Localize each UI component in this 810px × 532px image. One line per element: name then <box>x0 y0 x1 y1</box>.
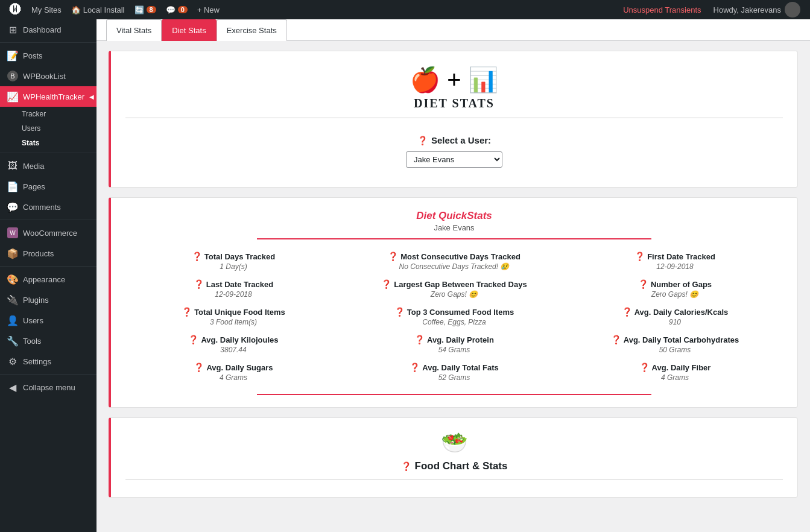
new-content-menu[interactable]: + New <box>192 0 224 19</box>
posts-icon: 📝 <box>7 50 18 61</box>
quickstats-bottom-divider <box>257 394 651 395</box>
header-emoji: 🍎 + 📊 <box>125 66 783 94</box>
page-body: 🍎 + 📊 Diet Stats ❓ Select a User: Jake E… <box>97 41 810 532</box>
updates-count: 8 <box>147 6 156 13</box>
stat-help-icon-15: ❓ <box>639 363 650 372</box>
sidebar-item-wphealthtracker[interactable]: 📈 WPHealthTracker ◀ <box>0 86 97 107</box>
stat-consecutive-days: ❓ Most Consecutive Days Tracked No Conse… <box>346 252 562 271</box>
tab-exercise-stats[interactable]: Exercise Stats <box>217 19 287 41</box>
avatar <box>785 2 800 17</box>
stat-protein: ❓ Avg. Daily Protein 54 Grams <box>346 335 562 354</box>
user-select-dropdown[interactable]: Jake Evans Admin <box>406 151 502 168</box>
plugins-icon: 🔌 <box>7 294 18 305</box>
collapse-icon: ◀ <box>7 382 18 393</box>
quickstats-top-divider <box>257 238 651 239</box>
stat-help-icon-13: ❓ <box>622 307 632 317</box>
stat-total-days: ❓ Total Days Tracked 1 Day(s) <box>125 252 341 271</box>
stats-col-2: ❓ First Date Tracked 12-09-2018 ❓ Number… <box>567 252 783 382</box>
food-chart-card: 🥗 ❓ Food Chart & Stats <box>109 417 798 498</box>
food-chart-divider <box>125 480 783 480</box>
tab-vital-stats[interactable]: Vital Stats <box>106 19 162 41</box>
pages-icon: 📄 <box>7 181 18 192</box>
stat-last-date: ❓ Last Date Tracked 12-09-2018 <box>125 279 341 299</box>
stats-grid: ❓ Total Days Tracked 1 Day(s) ❓ Last Dat… <box>125 252 783 382</box>
stat-help-icon: ❓ <box>192 252 202 261</box>
user-selector-label: ❓ Select a User: <box>417 135 491 145</box>
stats-col-1: ❓ Most Consecutive Days Tracked No Conse… <box>346 252 562 382</box>
howdy-label: Howdy, Jakerevans <box>713 5 781 14</box>
stat-help-icon-5: ❓ <box>194 363 204 372</box>
users-icon: 👤 <box>7 315 18 326</box>
comments-menu[interactable]: 💬 0 <box>161 0 192 19</box>
quickstats-title: Diet QuickStats <box>125 210 783 222</box>
stat-first-date: ❓ First Date Tracked 12-09-2018 <box>567 252 783 271</box>
diet-stats-header-card: 🍎 + 📊 Diet Stats ❓ Select a User: Jake E… <box>109 51 798 188</box>
sidebar-label-woocommerce: WooCommerce <box>23 229 77 238</box>
stat-help-icon-6: ❓ <box>388 252 398 261</box>
woocommerce-icon: W <box>7 227 18 238</box>
stat-help-icon-11: ❓ <box>634 252 645 261</box>
adminbar-right: Unsuspend Transients Howdy, Jakerevans <box>618 2 805 17</box>
select-user-help-icon: ❓ <box>417 136 428 145</box>
sidebar-item-appearance[interactable]: 🎨 Appearance <box>0 269 97 290</box>
sidebar-item-wpbooklist[interactable]: B WPBookList <box>0 66 97 86</box>
submenu-users[interactable]: Users <box>0 121 97 136</box>
new-label: + New <box>197 5 220 14</box>
sidebar-item-settings[interactable]: ⚙ Settings <box>0 351 97 372</box>
sidebar-item-woocommerce[interactable]: W WooCommerce <box>0 223 97 243</box>
stats-col-0: ❓ Total Days Tracked 1 Day(s) ❓ Last Dat… <box>125 252 341 382</box>
main-content: Vital Stats Diet Stats Exercise Stats 🍎 … <box>97 19 810 532</box>
wphealthtracker-icon: 📈 <box>7 91 18 102</box>
stat-top3-food: ❓ Top 3 Consumed Food Items Coffee, Eggs… <box>346 307 562 326</box>
sidebar-label-wphealthtracker: WPHealthTracker <box>23 92 84 101</box>
wp-logo[interactable]: 🅦 <box>5 0 27 19</box>
header-title: Diet Stats <box>125 97 783 110</box>
quickstats-user: Jake Evans <box>125 223 783 232</box>
stat-help-icon-2: ❓ <box>194 279 204 289</box>
collapse-label: Collapse menu <box>23 383 75 392</box>
appearance-icon: 🎨 <box>7 274 18 285</box>
comments-icon: 💬 <box>166 5 176 14</box>
sidebar-label-plugins: Plugins <box>23 296 49 305</box>
sidebar: ⊞ Dashboard 📝 Posts B WPBookList 📈 WPHea… <box>0 19 97 532</box>
my-sites-menu[interactable]: My Sites <box>27 0 66 19</box>
comments-sidebar-icon: 💬 <box>7 201 18 212</box>
stat-help-icon-14: ❓ <box>611 335 621 344</box>
stat-help-icon-12: ❓ <box>638 279 648 289</box>
sidebar-item-comments[interactable]: 💬 Comments <box>0 197 97 217</box>
tab-diet-stats[interactable]: Diet Stats <box>162 19 216 41</box>
howdy-menu[interactable]: Howdy, Jakerevans <box>709 2 805 17</box>
sidebar-item-media[interactable]: 🖼 Media <box>0 156 97 176</box>
tab-bar: Vital Stats Diet Stats Exercise Stats <box>97 19 810 41</box>
stat-help-icon-9: ❓ <box>414 335 425 344</box>
updates-menu[interactable]: 🔄 8 <box>130 0 161 19</box>
sidebar-label-media: Media <box>23 162 44 171</box>
stat-total-fats: ❓ Avg. Daily Total Fats 52 Grams <box>346 363 562 382</box>
food-chart-title: ❓ Food Chart & Stats <box>125 460 783 472</box>
dashboard-icon: ⊞ <box>7 24 18 35</box>
submenu-stats[interactable]: Stats <box>0 136 97 150</box>
food-chart-emoji: 🥗 <box>125 430 783 455</box>
sidebar-item-dashboard[interactable]: ⊞ Dashboard <box>0 19 97 40</box>
stat-help-icon-8: ❓ <box>394 307 405 317</box>
sidebar-label-users: Users <box>23 316 43 325</box>
stat-num-gaps: ❓ Number of Gaps Zero Gaps! 😊 <box>567 279 783 299</box>
comments-count: 0 <box>178 6 188 13</box>
stat-unique-food: ❓ Total Unique Food Items 3 Food Item(s) <box>125 307 341 326</box>
my-sites-label: My Sites <box>31 5 62 14</box>
sidebar-item-pages[interactable]: 📄 Pages <box>0 176 97 197</box>
wpbooklist-icon: B <box>7 71 18 81</box>
stat-help-icon-3: ❓ <box>182 307 192 317</box>
home-icon: 🏠 <box>71 5 81 14</box>
local-install-menu[interactable]: 🏠 Local Install <box>66 0 130 19</box>
sidebar-label-products: Products <box>23 249 54 258</box>
submenu-tracker[interactable]: Tracker <box>0 107 97 121</box>
sidebar-item-posts[interactable]: 📝 Posts <box>0 45 97 66</box>
sidebar-item-tools[interactable]: 🔧 Tools <box>0 331 97 351</box>
sidebar-item-users[interactable]: 👤 Users <box>0 310 97 331</box>
stat-help-icon-7: ❓ <box>381 279 391 289</box>
unsuspend-transients-link[interactable]: Unsuspend Transients <box>618 5 706 14</box>
collapse-menu-button[interactable]: ◀ Collapse menu <box>0 377 97 397</box>
sidebar-item-products[interactable]: 📦 Products <box>0 243 97 264</box>
sidebar-item-plugins[interactable]: 🔌 Plugins <box>0 290 97 310</box>
